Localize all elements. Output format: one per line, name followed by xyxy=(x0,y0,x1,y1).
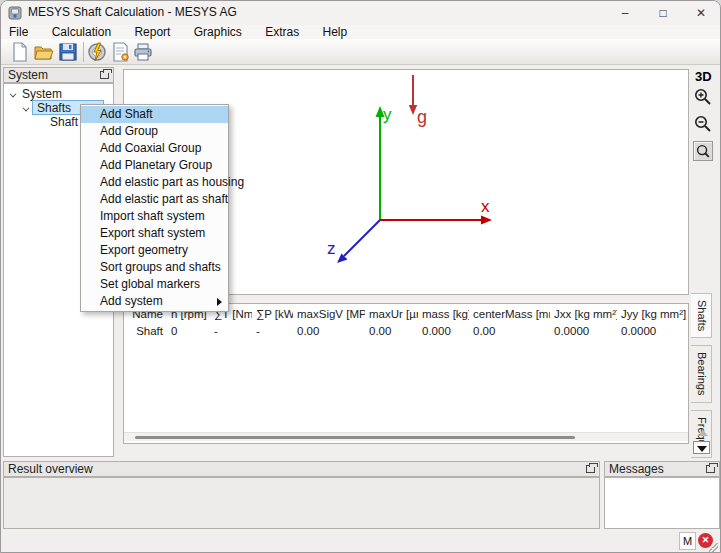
tab-scroll-down-icon[interactable] xyxy=(693,441,710,454)
menu-extras[interactable]: Extras xyxy=(255,25,309,39)
col-maxsigv[interactable]: maxSigV [MPa] xyxy=(293,306,365,320)
col-jzz[interactable]: Jzz [k xyxy=(688,306,689,320)
scrollbar-thumb[interactable] xyxy=(135,436,575,439)
result-panel-title: Result overview xyxy=(8,462,93,476)
maximize-button[interactable]: □ xyxy=(644,1,682,25)
view-toolbar: 3D xyxy=(693,69,719,165)
menu-graphics[interactable]: Graphics xyxy=(184,25,252,39)
system-panel-title: System xyxy=(8,68,48,82)
zoom-fit-icon[interactable] xyxy=(693,141,713,161)
view-3d-button[interactable]: 3D xyxy=(693,69,719,84)
menu-item-add-elastic-housing[interactable]: Add elastic part as housing xyxy=(81,174,228,191)
cell-mass: 0.000 xyxy=(418,323,469,337)
col-jxx[interactable]: Jxx [kg mm²] xyxy=(550,306,617,320)
menu-bar: File Calculation Report Graphics Extras … xyxy=(1,25,720,39)
y-axis-label: y xyxy=(383,105,392,124)
resize-grip[interactable] xyxy=(709,543,718,552)
cell-jyy: 0.0000 xyxy=(617,323,688,337)
side-tab-bar: Shafts Bearings Freque xyxy=(691,293,717,465)
cell-centermass: 0.00 xyxy=(469,323,550,337)
cell-power: - xyxy=(252,323,293,337)
close-button[interactable]: ✕ xyxy=(682,1,720,25)
window-title: MESYS Shaft Calculation - MESYS AG xyxy=(28,5,237,19)
float-panel-icon[interactable] xyxy=(100,71,109,79)
cell-jzz: 0.000 xyxy=(688,323,689,337)
cell-jxx: 0.0000 xyxy=(550,323,617,337)
menu-item-export-shaft-system[interactable]: Export shaft system xyxy=(81,225,228,242)
calculate-icon[interactable] xyxy=(87,42,107,62)
horizontal-scrollbar[interactable] xyxy=(124,432,688,441)
col-maxur[interactable]: maxUr [µm] xyxy=(365,306,418,320)
col-centermass[interactable]: centerMass [mm] xyxy=(469,306,550,320)
minimize-button[interactable]: – xyxy=(606,1,644,25)
table-row[interactable]: Shaft0--0.000.000.0000.000.00000.00000.0… xyxy=(124,323,689,340)
tab-bearings[interactable]: Bearings xyxy=(691,345,712,402)
x-axis-label: x xyxy=(481,197,490,216)
result-overview-content xyxy=(3,477,600,529)
menu-item-export-geometry[interactable]: Export geometry xyxy=(81,242,228,259)
messages-panel-title: Messages xyxy=(609,462,664,476)
submenu-arrow-icon xyxy=(217,298,222,306)
cell-maxur: 0.00 xyxy=(365,323,418,337)
toolbar-separator xyxy=(83,42,84,62)
menu-item-add-elastic-shaft[interactable]: Add elastic part as shaft xyxy=(81,191,228,208)
zoom-out-icon[interactable] xyxy=(693,114,713,134)
menu-item-add-group[interactable]: Add Group xyxy=(81,123,228,140)
context-menu: Add Shaft Add Group Add Coaxial Group Ad… xyxy=(80,104,229,312)
zoom-in-icon[interactable] xyxy=(693,87,713,107)
app-icon xyxy=(8,6,22,20)
menu-item-import-shaft-system[interactable]: Import shaft system xyxy=(81,208,228,225)
cell-torque: - xyxy=(210,323,252,337)
chevron-down-icon[interactable] xyxy=(23,105,30,112)
print-icon[interactable] xyxy=(133,42,153,62)
menu-item-add-system-label: Add system xyxy=(100,294,163,308)
menu-item-add-system[interactable]: Add system xyxy=(81,293,228,310)
main-toolbar xyxy=(1,39,720,65)
col-power[interactable]: ∑P [kW] xyxy=(252,306,293,320)
menu-item-add-coaxial-group[interactable]: Add Coaxial Group xyxy=(81,140,228,157)
col-mass[interactable]: mass [kg] xyxy=(418,306,469,320)
messages-panel-header: Messages xyxy=(604,461,720,477)
app-window: MESYS Shaft Calculation - MESYS AG – □ ✕… xyxy=(0,0,721,553)
z-axis-label: z xyxy=(327,239,336,258)
new-file-icon[interactable] xyxy=(10,42,30,62)
status-bar: M ✕ xyxy=(1,529,720,553)
title-bar: MESYS Shaft Calculation - MESYS AG – □ ✕ xyxy=(1,1,720,25)
menu-help[interactable]: Help xyxy=(313,25,358,39)
menu-item-sort-groups[interactable]: Sort groups and shafts xyxy=(81,259,228,276)
menu-item-set-global-markers[interactable]: Set global markers xyxy=(81,276,228,293)
cell-name: Shaft xyxy=(124,323,167,337)
menu-item-add-planetary-group[interactable]: Add Planetary Group xyxy=(81,157,228,174)
menu-calculation[interactable]: Calculation xyxy=(42,25,121,39)
system-panel-header: System xyxy=(3,67,114,83)
float-panel-icon[interactable] xyxy=(586,465,595,473)
tab-shafts[interactable]: Shafts xyxy=(691,293,712,338)
shaft-table-panel: Namen [rpm]∑T [Nm]∑P [kW]maxSigV [MPa]ma… xyxy=(123,303,689,444)
float-panel-icon[interactable] xyxy=(706,465,715,473)
cell-n: 0 xyxy=(167,323,210,337)
open-file-icon[interactable] xyxy=(34,42,54,62)
tree-item-system[interactable]: System xyxy=(4,87,113,101)
report-icon[interactable] xyxy=(111,42,131,62)
menu-report[interactable]: Report xyxy=(124,25,180,39)
marker-toggle[interactable]: M xyxy=(679,532,696,550)
result-panel-header: Result overview xyxy=(3,461,600,477)
messages-content xyxy=(604,477,720,529)
tab-scroll-up-icon[interactable] xyxy=(698,430,708,436)
chevron-down-icon[interactable] xyxy=(10,91,17,98)
cell-maxsigv: 0.00 xyxy=(293,323,365,337)
gravity-label: g xyxy=(417,107,427,127)
menu-item-add-shaft[interactable]: Add Shaft xyxy=(81,106,228,123)
menu-file[interactable]: File xyxy=(1,25,38,39)
col-jyy[interactable]: Jyy [kg mm²] xyxy=(617,306,688,320)
save-icon[interactable] xyxy=(58,42,78,62)
